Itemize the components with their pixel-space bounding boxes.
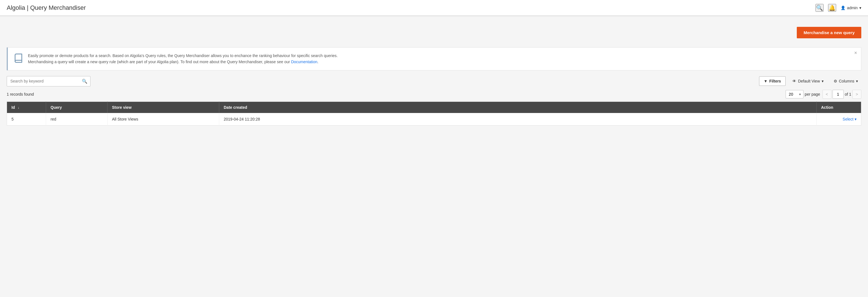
table-header: Id ↓ Query Store view Date created Actio…: [7, 102, 861, 113]
eye-icon: 👁: [792, 79, 796, 83]
table-body: 5 red All Store Views 2019-04-24 11:20:2…: [7, 113, 861, 126]
new-query-button[interactable]: Merchandise a new query: [797, 27, 861, 38]
col-header-id: Id ↓: [7, 102, 46, 113]
cell-query: red: [46, 113, 107, 126]
records-label: records found: [10, 92, 34, 97]
filter-icon: ▼: [764, 79, 768, 83]
view-label: Default View: [798, 79, 820, 83]
filters-button[interactable]: ▼ Filters: [759, 76, 786, 86]
data-table: Id ↓ Query Store view Date created Actio…: [7, 102, 861, 126]
filter-view-col: ▼ Filters 👁 Default View ▾ ⚙ Columns ▾: [759, 76, 861, 86]
search-icon[interactable]: 🔍: [815, 4, 824, 12]
page-number-input[interactable]: [833, 90, 844, 99]
col-header-date-created: Date created: [219, 102, 816, 113]
next-page-button[interactable]: >: [852, 90, 861, 99]
cell-action: Select ▾: [816, 113, 861, 126]
main-content: Merchandise a new query Easily promote o…: [0, 17, 868, 131]
info-box: Easily promote or demote products for a …: [7, 47, 861, 71]
action-select-button[interactable]: Select ▾: [821, 117, 857, 122]
per-page-select: 20 30 50 100 per page: [785, 90, 820, 99]
cell-id: 5: [7, 113, 46, 126]
user-menu[interactable]: 👤 admin ▾: [841, 6, 861, 10]
view-chevron-icon: ▾: [822, 79, 824, 83]
info-line2: Merchandising a query will create a new …: [28, 59, 338, 65]
search-input[interactable]: [7, 77, 79, 86]
per-page-wrapper: 20 30 50 100: [785, 90, 804, 99]
info-line2-post: .: [317, 59, 318, 64]
col-header-query: Query: [46, 102, 107, 113]
action-select-label: Select: [843, 117, 854, 122]
bell-icon[interactable]: 🔔: [828, 4, 836, 12]
col-header-store-view: Store view: [107, 102, 219, 113]
close-icon[interactable]: ×: [854, 50, 857, 55]
header: Algolia | Query Merchandiser 🔍 🔔 👤 admin…: [0, 0, 868, 16]
chevron-down-icon: ▾: [859, 6, 861, 10]
records-count: 1: [7, 92, 9, 97]
page-nav: < of 1 >: [823, 90, 861, 99]
top-bar: Merchandise a new query: [7, 22, 861, 43]
action-select-arrow: ▾: [855, 117, 857, 122]
info-box-text: Easily promote or demote products for a …: [28, 53, 338, 65]
page-title: Algolia | Query Merchandiser: [7, 4, 86, 11]
user-name: admin: [847, 6, 858, 10]
table-row: 5 red All Store Views 2019-04-24 11:20:2…: [7, 113, 861, 126]
header-actions: 🔍 🔔 👤 admin ▾: [815, 4, 861, 12]
documentation-link[interactable]: Documentation: [291, 59, 317, 64]
records-found-text: 1 records found: [7, 92, 34, 97]
book-icon: [13, 53, 24, 64]
filters-label: Filters: [769, 79, 781, 83]
col-header-action: Action: [816, 102, 861, 113]
search-filter-bar: 🔍 ▼ Filters 👁 Default View ▾ ⚙ Columns ▾: [7, 76, 861, 86]
gear-icon: ⚙: [834, 79, 837, 83]
search-wrap: 🔍: [7, 76, 91, 86]
default-view-button[interactable]: 👁 Default View ▾: [789, 77, 827, 86]
table-header-row: Id ↓ Query Store view Date created Actio…: [7, 102, 861, 113]
columns-button[interactable]: ⚙ Columns ▾: [830, 77, 861, 86]
records-bar: 1 records found 20 30 50 100 per page < …: [7, 90, 861, 99]
cell-store-view: All Store Views: [107, 113, 219, 126]
columns-chevron-icon: ▾: [856, 79, 858, 83]
search-button[interactable]: 🔍: [79, 76, 90, 86]
per-page-dropdown[interactable]: 20 30 50 100: [785, 90, 804, 99]
per-page-label: per page: [805, 92, 820, 97]
columns-label: Columns: [839, 79, 854, 83]
info-line1: Easily promote or demote products for a …: [28, 53, 338, 59]
prev-page-button[interactable]: <: [823, 90, 831, 99]
user-icon: 👤: [841, 6, 845, 10]
sort-icon-id[interactable]: ↓: [18, 106, 19, 110]
info-line2-pre: Merchandising a query will create a new …: [28, 59, 291, 64]
pagination-controls: 20 30 50 100 per page < of 1 >: [785, 90, 861, 99]
cell-date-created: 2019-04-24 11:20:28: [219, 113, 816, 126]
page-of-text: of 1: [845, 92, 851, 97]
